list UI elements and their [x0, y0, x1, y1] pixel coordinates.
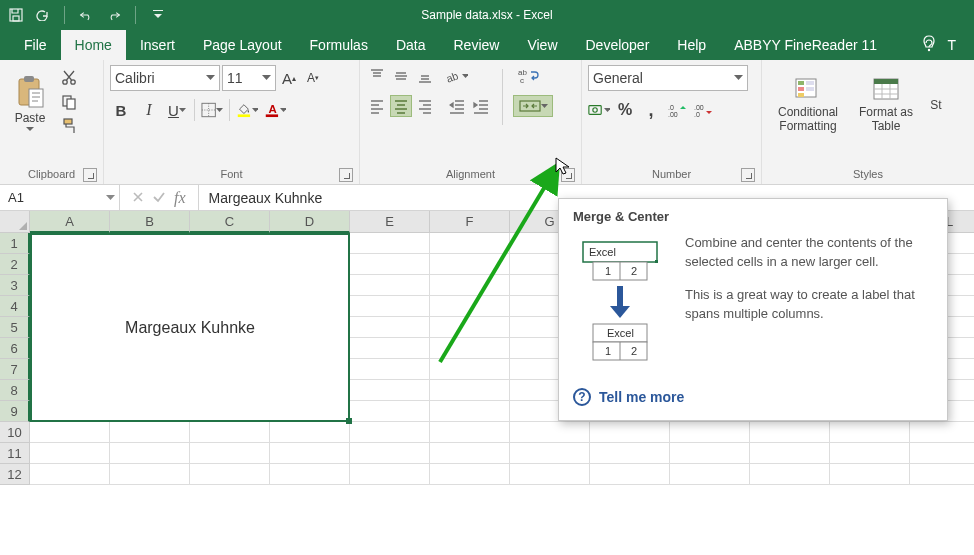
cell[interactable] [430, 422, 510, 443]
comma-style-icon[interactable]: , [640, 99, 662, 121]
undo-icon[interactable] [79, 7, 95, 23]
cell[interactable] [430, 296, 510, 317]
cell[interactable] [350, 275, 430, 296]
cell[interactable] [110, 464, 190, 485]
cell[interactable] [190, 464, 270, 485]
decrease-indent-icon[interactable] [446, 95, 468, 117]
cell[interactable] [430, 338, 510, 359]
cell[interactable] [670, 443, 750, 464]
cell[interactable] [350, 296, 430, 317]
enter-formula-icon[interactable] [152, 189, 166, 207]
underline-button[interactable]: U [166, 99, 188, 121]
align-center-icon[interactable] [390, 95, 412, 117]
qat-customize-icon[interactable] [150, 7, 166, 23]
accounting-format-icon[interactable] [588, 99, 610, 121]
fill-color-icon[interactable] [236, 99, 258, 121]
tab-page-layout[interactable]: Page Layout [189, 30, 296, 60]
row-header[interactable]: 6 [0, 338, 30, 359]
cell[interactable] [110, 443, 190, 464]
cell[interactable] [350, 443, 430, 464]
cell[interactable] [350, 380, 430, 401]
row-header[interactable]: 4 [0, 296, 30, 317]
clipboard-launcher-icon[interactable] [83, 168, 97, 182]
number-launcher-icon[interactable] [741, 168, 755, 182]
cell[interactable] [830, 422, 910, 443]
tab-developer[interactable]: Developer [572, 30, 664, 60]
cell[interactable] [190, 443, 270, 464]
cell[interactable] [430, 380, 510, 401]
cut-icon[interactable] [58, 67, 80, 89]
cell[interactable] [510, 422, 590, 443]
fx-icon[interactable]: fx [174, 189, 186, 207]
cell[interactable] [430, 359, 510, 380]
cell[interactable] [350, 464, 430, 485]
align-left-icon[interactable] [366, 95, 388, 117]
row-header[interactable]: 5 [0, 317, 30, 338]
tab-home[interactable]: Home [61, 30, 126, 60]
copy-icon[interactable] [58, 91, 80, 113]
cell-styles-button[interactable]: St [924, 65, 948, 145]
cell[interactable] [430, 464, 510, 485]
align-middle-icon[interactable] [390, 65, 412, 87]
cancel-formula-icon[interactable] [132, 189, 144, 207]
grow-font-icon[interactable]: A▴ [278, 67, 300, 89]
cell[interactable] [830, 464, 910, 485]
cell[interactable] [350, 338, 430, 359]
tab-help[interactable]: Help [663, 30, 720, 60]
cell[interactable] [270, 422, 350, 443]
cell[interactable] [830, 443, 910, 464]
tab-data[interactable]: Data [382, 30, 440, 60]
merged-cell[interactable]: Margeaux Kuhnke [30, 233, 350, 422]
tab-insert[interactable]: Insert [126, 30, 189, 60]
bold-button[interactable]: B [110, 99, 132, 121]
percent-icon[interactable]: % [614, 99, 636, 121]
align-bottom-icon[interactable] [414, 65, 436, 87]
font-launcher-icon[interactable] [339, 168, 353, 182]
cell[interactable] [670, 464, 750, 485]
align-top-icon[interactable] [366, 65, 388, 87]
redo-icon[interactable] [105, 7, 121, 23]
cell[interactable] [590, 443, 670, 464]
align-right-icon[interactable] [414, 95, 436, 117]
cell[interactable] [430, 401, 510, 422]
format-painter-icon[interactable] [58, 115, 80, 137]
tell-me-more-link[interactable]: ? Tell me more [573, 388, 933, 406]
number-format-combo[interactable]: General [588, 65, 748, 91]
row-header[interactable]: 9 [0, 401, 30, 422]
select-all-corner[interactable] [0, 211, 30, 233]
increase-indent-icon[interactable] [470, 95, 492, 117]
cell[interactable] [750, 422, 830, 443]
row-header[interactable]: 7 [0, 359, 30, 380]
font-name-combo[interactable]: Calibri [110, 65, 220, 91]
tell-me-label[interactable]: T [947, 37, 956, 53]
tab-review[interactable]: Review [440, 30, 514, 60]
cell[interactable] [350, 359, 430, 380]
cell[interactable] [430, 317, 510, 338]
column-header[interactable]: A [30, 211, 110, 233]
cell[interactable] [750, 443, 830, 464]
cell[interactable] [910, 443, 974, 464]
tab-abbyy[interactable]: ABBYY FineReader 11 [720, 30, 891, 60]
cell[interactable] [190, 422, 270, 443]
row-header[interactable]: 12 [0, 464, 30, 485]
cell[interactable] [590, 464, 670, 485]
column-header[interactable]: F [430, 211, 510, 233]
merge-center-button[interactable] [513, 95, 553, 117]
cell[interactable] [30, 443, 110, 464]
row-header[interactable]: 10 [0, 422, 30, 443]
shrink-font-icon[interactable]: A▾ [302, 67, 324, 89]
tab-formulas[interactable]: Formulas [296, 30, 382, 60]
cell[interactable] [350, 317, 430, 338]
row-header[interactable]: 2 [0, 254, 30, 275]
column-header[interactable]: B [110, 211, 190, 233]
font-size-combo[interactable]: 11 [222, 65, 276, 91]
cell[interactable] [110, 422, 190, 443]
format-as-table-button[interactable]: Format as Table [850, 65, 922, 145]
fill-handle-icon[interactable] [346, 418, 352, 424]
cell[interactable] [270, 464, 350, 485]
paste-button[interactable]: Paste [6, 63, 54, 143]
borders-icon[interactable] [201, 99, 223, 121]
increase-decimal-icon[interactable]: .0.00 [666, 99, 688, 121]
cell[interactable] [910, 464, 974, 485]
italic-button[interactable]: I [138, 99, 160, 121]
